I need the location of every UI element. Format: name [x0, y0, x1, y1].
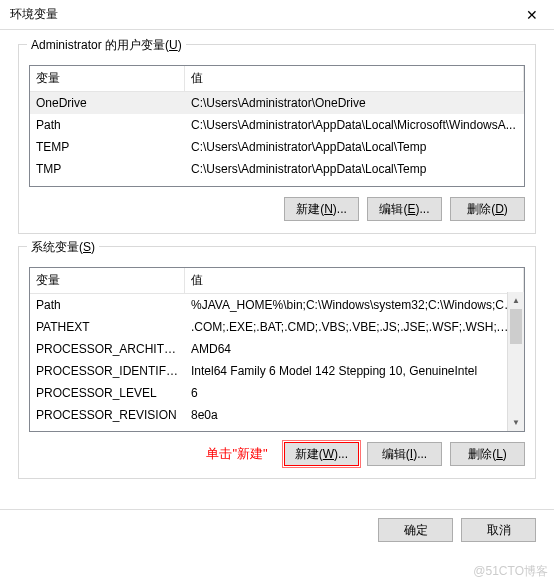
table-header: 变量 值 — [30, 268, 524, 294]
table-row[interactable]: TMPC:\Users\Administrator\AppData\Local\… — [30, 158, 524, 180]
table-row[interactable]: TEMPC:\Users\Administrator\AppData\Local… — [30, 136, 524, 158]
cell-variable: OneDrive — [30, 94, 185, 112]
cell-value: C:\Users\Administrator\AppData\Local\Tem… — [185, 160, 524, 178]
table-row[interactable]: PROCESSOR_LEVEL6 — [30, 382, 524, 404]
user-button-row: 新建(N)... 编辑(E)... 删除(D) — [29, 197, 525, 221]
col-value[interactable]: 值 — [185, 268, 524, 293]
user-delete-button[interactable]: 删除(D) — [450, 197, 525, 221]
cell-value: .COM;.EXE;.BAT;.CMD;.VBS;.VBE;.JS;.JSE;.… — [185, 318, 524, 336]
cell-value: 8e0a — [185, 406, 524, 424]
cell-variable: PATHEXT — [30, 318, 185, 336]
cell-variable: PROCESSOR_LEVEL — [30, 384, 185, 402]
system-edit-button[interactable]: 编辑(I)... — [367, 442, 442, 466]
close-icon: ✕ — [526, 7, 538, 23]
cell-value: %JAVA_HOME%\bin;C:\Windows\system32;C:\W… — [185, 296, 524, 314]
cancel-button[interactable]: 取消 — [461, 518, 536, 542]
user-table-body: OneDriveC:\Users\Administrator\OneDriveP… — [30, 92, 524, 180]
cell-value: C:\Users\Administrator\AppData\Local\Mic… — [185, 116, 524, 134]
cell-value: %ProgramFiles%\WindowsPowerShell\Modules… — [185, 428, 524, 432]
cell-variable: Path — [30, 296, 185, 314]
cell-variable: PROCESSOR_ARCHITECT... — [30, 340, 185, 358]
system-delete-button[interactable]: 删除(L) — [450, 442, 525, 466]
cell-variable: PROCESSOR_IDENTIFIER — [30, 362, 185, 380]
user-new-button[interactable]: 新建(N)... — [284, 197, 359, 221]
user-variables-table[interactable]: 变量 值 OneDriveC:\Users\Administrator\OneD… — [29, 65, 525, 187]
col-variable[interactable]: 变量 — [30, 66, 185, 91]
user-variables-group: Administrator 的用户变量(U) 变量 值 OneDriveC:\U… — [18, 44, 536, 234]
table-row[interactable]: PROCESSOR_REVISION8e0a — [30, 404, 524, 426]
table-row[interactable]: PROCESSOR_ARCHITECT...AMD64 — [30, 338, 524, 360]
cell-value: AMD64 — [185, 340, 524, 358]
scroll-down-icon[interactable]: ▼ — [508, 414, 524, 431]
table-row[interactable]: PROCESSOR_IDENTIFIERIntel64 Family 6 Mod… — [30, 360, 524, 382]
cell-variable: PSModulePath — [30, 428, 185, 432]
scrollbar[interactable]: ▲ ▼ — [507, 292, 524, 431]
close-button[interactable]: ✕ — [509, 0, 554, 30]
system-group-label: 系统变量(S) — [27, 239, 99, 256]
cell-variable: TEMP — [30, 138, 185, 156]
system-button-row: 单击"新建" 新建(W)... 编辑(I)... 删除(L) — [29, 442, 525, 466]
system-variables-group: 系统变量(S) 变量 值 Path%JAVA_HOME%\bin;C:\Wind… — [18, 246, 536, 479]
table-row[interactable]: PSModulePath%ProgramFiles%\WindowsPowerS… — [30, 426, 524, 432]
user-group-label: Administrator 的用户变量(U) — [27, 37, 186, 54]
window-title: 环境变量 — [10, 6, 58, 23]
watermark: @51CTO博客 — [473, 563, 548, 580]
titlebar: 环境变量 ✕ — [0, 0, 554, 30]
cell-variable: TMP — [30, 160, 185, 178]
dialog-body: Administrator 的用户变量(U) 变量 值 OneDriveC:\U… — [0, 30, 554, 505]
system-variables-table[interactable]: 变量 值 Path%JAVA_HOME%\bin;C:\Windows\syst… — [29, 267, 525, 432]
user-edit-button[interactable]: 编辑(E)... — [367, 197, 442, 221]
dialog-button-row: 确定 取消 — [0, 509, 554, 556]
col-value[interactable]: 值 — [185, 66, 524, 91]
cell-value: 6 — [185, 384, 524, 402]
cell-variable: Path — [30, 116, 185, 134]
col-variable[interactable]: 变量 — [30, 268, 185, 293]
scroll-thumb[interactable] — [510, 309, 522, 344]
table-row[interactable]: PATHEXT.COM;.EXE;.BAT;.CMD;.VBS;.VBE;.JS… — [30, 316, 524, 338]
table-row[interactable]: OneDriveC:\Users\Administrator\OneDrive — [30, 92, 524, 114]
cell-value: Intel64 Family 6 Model 142 Stepping 10, … — [185, 362, 524, 380]
cell-value: C:\Users\Administrator\AppData\Local\Tem… — [185, 138, 524, 156]
ok-button[interactable]: 确定 — [378, 518, 453, 542]
system-table-body: Path%JAVA_HOME%\bin;C:\Windows\system32;… — [30, 294, 524, 432]
system-new-button[interactable]: 新建(W)... — [284, 442, 359, 466]
scroll-up-icon[interactable]: ▲ — [508, 292, 524, 309]
cell-variable: PROCESSOR_REVISION — [30, 406, 185, 424]
table-row[interactable]: Path%JAVA_HOME%\bin;C:\Windows\system32;… — [30, 294, 524, 316]
table-row[interactable]: PathC:\Users\Administrator\AppData\Local… — [30, 114, 524, 136]
cell-value: C:\Users\Administrator\OneDrive — [185, 94, 524, 112]
table-header: 变量 值 — [30, 66, 524, 92]
annotation-hint: 单击"新建" — [206, 445, 267, 463]
